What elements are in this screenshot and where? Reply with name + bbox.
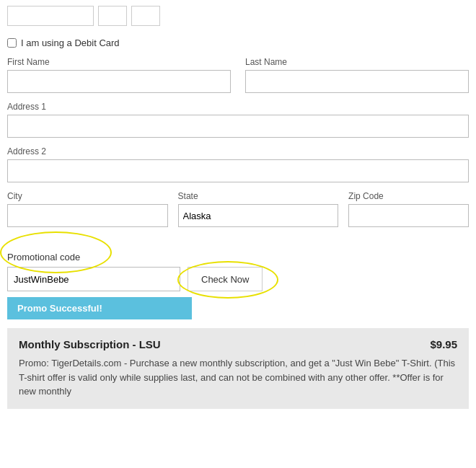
zip-label: Zip Code	[348, 191, 469, 201]
state-input[interactable]	[178, 204, 339, 227]
zip-group: Zip Code	[348, 191, 469, 227]
subscription-header: Monthly Subscription - LSU $9.95	[19, 338, 457, 350]
address1-label: Address 1	[7, 102, 469, 112]
billing-form: First Name Last Name Address 1 Address 2	[7, 57, 469, 244]
address2-group: Address 2	[7, 146, 469, 182]
debit-card-row: I am using a Debit Card	[7, 33, 469, 57]
address1-row: Address 1	[7, 102, 469, 138]
check-now-button[interactable]: Check Now	[188, 267, 263, 291]
address2-input[interactable]	[7, 159, 469, 182]
state-group: State	[178, 191, 339, 227]
card-input-row	[7, 0, 469, 33]
card-number-input[interactable]	[7, 6, 94, 26]
subscription-title: Monthly Subscription - LSU	[19, 338, 161, 350]
first-name-group: First Name	[7, 57, 231, 93]
name-row: First Name Last Name	[7, 57, 469, 93]
last-name-label: Last Name	[245, 57, 469, 67]
promo-code-input[interactable]	[7, 267, 180, 291]
address1-input[interactable]	[7, 115, 469, 138]
last-name-input[interactable]	[245, 70, 469, 93]
address2-label: Address 2	[7, 146, 469, 156]
promo-label-wrapper: Promotional code	[7, 252, 80, 267]
first-name-input[interactable]	[7, 70, 231, 93]
card-exp2-input[interactable]	[131, 6, 160, 26]
city-group: City	[7, 191, 168, 227]
city-input[interactable]	[7, 204, 168, 227]
first-name-label: First Name	[7, 57, 231, 67]
subscription-box: Monthly Subscription - LSU $9.95 Promo: …	[7, 328, 469, 409]
zip-input[interactable]	[348, 204, 469, 227]
promo-success-banner: Promo Successful!	[7, 297, 192, 319]
subscription-description: Promo: TigerDetails.com - Purchase a new…	[19, 356, 457, 399]
promo-section: Promotional code Check Now Promo Success…	[7, 244, 469, 319]
debit-card-label: I am using a Debit Card	[21, 37, 120, 48]
address1-group: Address 1	[7, 102, 469, 138]
card-exp1-input[interactable]	[98, 6, 127, 26]
subscription-price: $9.95	[430, 338, 457, 350]
state-label: State	[178, 191, 339, 201]
check-now-wrapper: Check Now	[188, 267, 263, 291]
promo-input-row: Check Now	[7, 267, 469, 291]
promo-label: Promotional code	[7, 252, 80, 262]
address2-row: Address 2	[7, 146, 469, 182]
debit-card-checkbox[interactable]	[7, 38, 17, 48]
last-name-group: Last Name	[245, 57, 469, 93]
city-label: City	[7, 191, 168, 201]
city-state-zip-row: City State Zip Code	[7, 191, 469, 227]
